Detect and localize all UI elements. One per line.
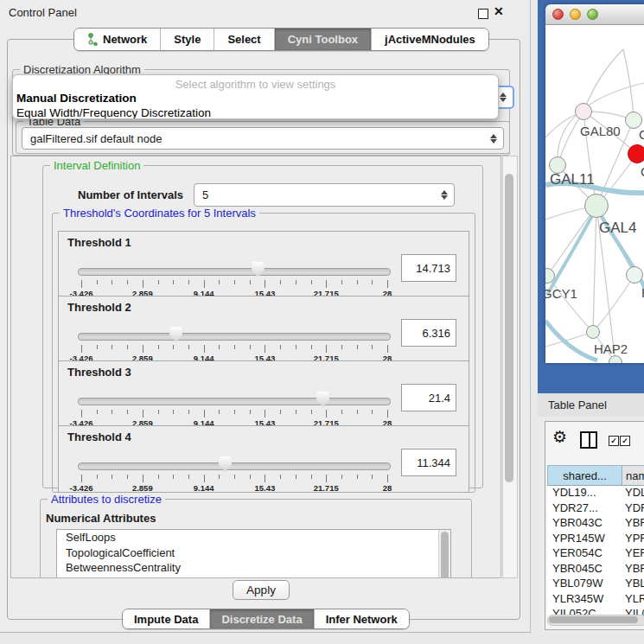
network-window-titlebar[interactable] (545, 4, 644, 25)
numerical-attributes-list[interactable]: SelfLoopsTopologicalCoefficientBetweenne… (56, 529, 451, 578)
cell-name[interactable]: YDR2 (621, 501, 644, 517)
threshold-1-box: Threshold 1-3.4262.8599.14415.4321.71528… (58, 231, 469, 298)
cell-shared-name[interactable]: YDR27... (547, 501, 621, 517)
tab-impute-data[interactable]: Impute Data (123, 609, 210, 628)
table-data-combobox[interactable]: galFiltered.sif default node (22, 127, 504, 150)
cell-name[interactable]: YDL1 (621, 486, 644, 501)
combobox-stepper-icon (438, 190, 450, 200)
gear-icon[interactable]: ⚙ (552, 427, 567, 447)
slider[interactable] (81, 326, 387, 343)
cell-name[interactable]: YBR0 (621, 516, 644, 532)
tick-label: 9.144 (194, 483, 214, 493)
cell-shared-name[interactable]: YLR345W (547, 592, 621, 608)
node[interactable] (609, 355, 622, 363)
tab-infer-network[interactable]: Infer Network (315, 609, 409, 628)
tab-network[interactable]: Network (74, 29, 161, 50)
zoom-traffic-light-icon[interactable] (587, 9, 598, 20)
cell-shared-name[interactable]: YPR145W (547, 532, 621, 547)
node-C[interactable] (628, 144, 644, 163)
attributes-group: Attributes to discretize Numerical Attri… (40, 499, 472, 578)
list-item[interactable]: TopologicalCoefficient (57, 545, 450, 561)
control-panel-window: Control Panel ✕ Network Style Select Cyn… (0, 0, 531, 633)
node-label: GCY1 (545, 286, 577, 301)
close-traffic-light-icon[interactable] (552, 9, 564, 20)
threshold-value-field[interactable]: 6.316 (401, 319, 456, 347)
tab-style[interactable]: Style (161, 29, 214, 50)
slider[interactable] (81, 456, 387, 473)
table-rows: YDL19...YDL1YDR27...YDR2YBR043CYBR0YPR14… (547, 486, 644, 622)
select-columns-icon[interactable]: ✓ (609, 436, 619, 446)
cell-shared-name[interactable]: YBL079W (547, 577, 621, 592)
threshold-value-field[interactable]: 11.344 (401, 449, 456, 476)
panel-scrollbar[interactable] (502, 156, 518, 578)
select-columns-icon[interactable]: ✓ (620, 436, 630, 446)
float-window-icon[interactable] (478, 9, 488, 19)
slider-track[interactable] (78, 268, 391, 276)
scrollbar-thumb[interactable] (441, 532, 449, 578)
table-panel-title: Table Panel (548, 399, 607, 411)
close-icon[interactable]: ✕ (494, 4, 504, 18)
table-row[interactable]: YLR345WYLR3 (547, 592, 644, 608)
dropdown-item-equal-width[interactable]: Equal Width/Frequency Discretization (13, 105, 498, 119)
node-H[interactable] (626, 266, 643, 284)
cell-shared-name[interactable]: YBR045C (547, 562, 621, 577)
split-view-icon[interactable] (580, 431, 597, 449)
table-row[interactable]: YER054CYER0 (547, 546, 644, 562)
dropdown-hint-item: Select algorithm to view settings (13, 75, 498, 91)
table-row[interactable]: YPR145WYPR1 (547, 532, 644, 547)
slider[interactable] (81, 261, 387, 278)
table-row[interactable]: YDR27...YDR2 (547, 501, 644, 517)
threshold-3-box: Threshold 3-3.4262.8599.14415.4321.71528… (58, 360, 469, 428)
cell-name[interactable]: YPR1 (621, 532, 644, 547)
slider-ticks (81, 410, 387, 418)
slider-track[interactable] (78, 398, 391, 405)
tab-discretize-data[interactable]: Discretize Data (210, 609, 314, 628)
cell-name[interactable]: YER0 (621, 546, 644, 562)
column-header-shared-name[interactable]: shared... (548, 466, 622, 485)
table-row[interactable]: YBL079WYBL0 (547, 577, 644, 592)
scrollbar-thumb[interactable] (549, 616, 638, 623)
cell-shared-name[interactable]: YDL19... (547, 486, 621, 501)
threshold-label: Threshold 2 (67, 301, 131, 314)
node-table-container: ⚙ ✓ ✓ shared... name YDL19...YDL1YDR27..… (545, 421, 644, 630)
node-GA[interactable] (625, 112, 642, 129)
tab-cyni-toolbox[interactable]: Cyni Toolbox (275, 29, 372, 50)
table-hscrollbar[interactable] (547, 615, 644, 626)
tab-select[interactable]: Select (214, 29, 274, 50)
number-of-intervals-combobox[interactable]: 5 (194, 183, 455, 207)
threshold-4-box: Threshold 4-3.4262.8599.14415.4321.71528… (58, 425, 469, 493)
network-canvas[interactable]: GAL80GACGAL11GAL4GCY1HHAP2 (545, 25, 644, 363)
node-GAL4[interactable] (584, 194, 609, 218)
column-header-name[interactable]: name (622, 466, 644, 485)
node-label: GA (639, 127, 644, 142)
number-of-intervals-label: Number of Intervals (78, 188, 183, 201)
threshold-value-field[interactable]: 21.4 (401, 384, 456, 411)
dropdown-item-manual-discretization[interactable]: Manual Discretization (13, 91, 498, 105)
threshold-value-field[interactable]: 14.713 (401, 254, 456, 282)
slider-track[interactable] (78, 462, 391, 470)
tab-jactivemnodules[interactable]: jActiveMNodules (372, 29, 488, 50)
table-row[interactable]: YBR045CYBR0 (547, 562, 644, 577)
table-row[interactable]: YDL19...YDL1 (547, 486, 644, 501)
list-item[interactable]: SelfLoops (57, 530, 450, 545)
slider-track[interactable] (78, 333, 391, 341)
network-view-frame: GAL80GACGAL11GAL4GCY1HHAP2 (538, 0, 644, 393)
table-row[interactable]: YBR043CYBR0 (547, 516, 644, 532)
apply-button[interactable]: Apply (233, 580, 290, 600)
node-GAL80[interactable] (575, 103, 592, 120)
combobox-stepper-icon (488, 134, 500, 143)
minimize-traffic-light-icon[interactable] (570, 9, 581, 20)
cell-shared-name[interactable]: YER054C (547, 546, 621, 562)
scrollbar-thumb[interactable] (505, 174, 513, 482)
interval-definition-title: Interval Definition (50, 159, 143, 172)
attributes-list-scrollbar[interactable] (438, 530, 450, 578)
slider[interactable] (81, 391, 387, 408)
node-table[interactable]: shared... name YDL19...YDL1YDR27...YDR2Y… (547, 465, 644, 622)
list-item[interactable]: BetweennessCentrality (57, 560, 450, 576)
table-panel-header: Table Panel (538, 393, 644, 418)
node-HAP2[interactable] (586, 325, 600, 339)
cell-name[interactable]: YLR3 (621, 592, 644, 608)
cell-name[interactable]: YBR0 (621, 562, 644, 577)
cell-shared-name[interactable]: YBR043C (547, 516, 621, 532)
cell-name[interactable]: YBL0 (621, 577, 644, 592)
